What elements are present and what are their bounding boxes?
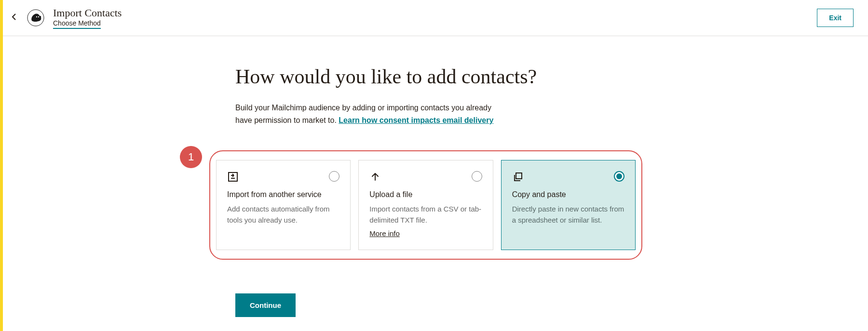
main-content: How would you like to add contacts? Buil… [226,36,645,331]
title-block: Import Contacts Choose Method [53,7,122,29]
option-description: Import contacts from a CSV or tab-delimi… [369,204,482,225]
annotation-badge: 1 [180,146,202,168]
main-heading: How would you like to add contacts? [235,65,636,88]
copy-icon [512,171,524,183]
radio-import-service[interactable] [329,171,339,182]
import-icon [227,171,239,183]
option-card-import-service[interactable]: Import from another service Add contacts… [216,160,351,250]
annotation-highlight-box: Import from another service Add contacts… [209,150,642,260]
option-title: Upload a file [369,190,482,199]
svg-rect-4 [516,173,522,179]
upload-icon [369,171,381,183]
mailchimp-logo-icon [27,9,44,26]
continue-button[interactable]: Continue [235,293,296,317]
back-icon[interactable] [10,11,18,25]
header: Import Contacts Choose Method Exit [3,0,868,36]
radio-copy-paste[interactable] [614,171,624,182]
option-title: Import from another service [227,190,339,199]
radio-upload-file[interactable] [472,171,482,182]
breadcrumb-step: Choose Method [53,19,101,29]
option-card-upload-file[interactable]: Upload a file Import contacts from a CSV… [358,160,493,250]
option-description: Add contacts automatically from tools yo… [227,204,339,225]
option-row: Import from another service Add contacts… [216,160,636,250]
svg-point-1 [36,16,37,17]
exit-button[interactable]: Exit [817,9,854,27]
svg-point-2 [38,16,39,17]
main-description: Build your Mailchimp audience by adding … [235,102,505,126]
consent-link[interactable]: Learn how consent impacts email delivery [339,116,493,124]
header-left: Import Contacts Choose Method [10,7,122,29]
option-title: Copy and paste [512,190,624,199]
option-description: Directly paste in new contacts from a sp… [512,204,624,225]
more-info-link[interactable]: More info [369,229,400,238]
page-title: Import Contacts [53,7,122,19]
option-card-copy-paste[interactable]: Copy and paste Directly paste in new con… [501,160,636,250]
